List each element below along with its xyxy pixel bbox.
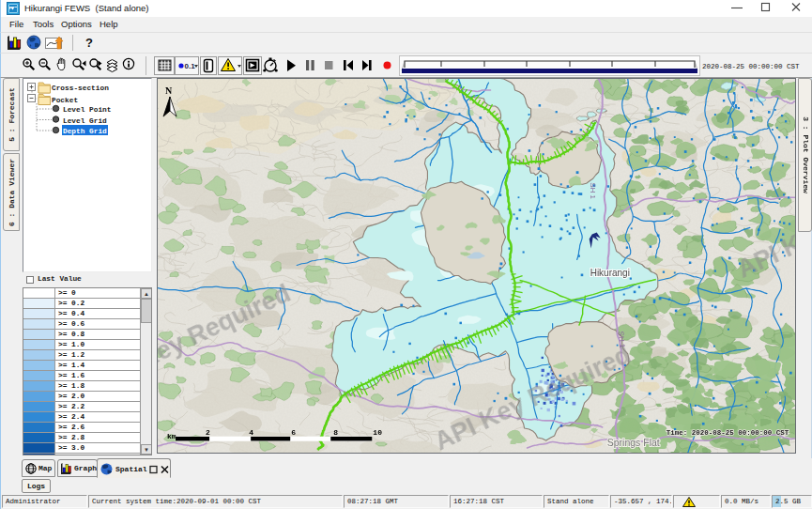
svg-text:km: km [167, 432, 176, 440]
svg-text:6: 6 [291, 428, 296, 437]
svg-text:2020-08-25 00:00:00 CST: 2020-08-25 00:00:00 CST [702, 63, 800, 70]
svg-text:SH 1: SH 1 [617, 331, 627, 348]
svg-text:Level Point: Level Point [63, 106, 111, 114]
svg-text:Springs Flat: Springs Flat [607, 437, 660, 448]
svg-text:Cross-section: Cross-section [52, 85, 109, 92]
svg-text:Depth Grid: Depth Grid [63, 128, 107, 135]
svg-text:Time: 2020-08-25 00:00:00 CST: Time: 2020-08-25 00:00:00 CST [666, 429, 789, 437]
svg-text:Pocket: Pocket [52, 97, 78, 104]
svg-text:SH 1: SH 1 [589, 182, 597, 199]
svg-text:?: ? [85, 36, 93, 50]
svg-text:N: N [165, 85, 173, 96]
svg-text:4: 4 [249, 428, 253, 437]
svg-text:0.1: 0.1 [185, 62, 196, 70]
svg-text:10: 10 [373, 428, 382, 437]
svg-text:2: 2 [206, 428, 210, 437]
svg-text:8: 8 [333, 428, 338, 437]
svg-text:Hikurangi: Hikurangi [590, 268, 630, 278]
svg-text:Level Grid: Level Grid [63, 117, 107, 125]
